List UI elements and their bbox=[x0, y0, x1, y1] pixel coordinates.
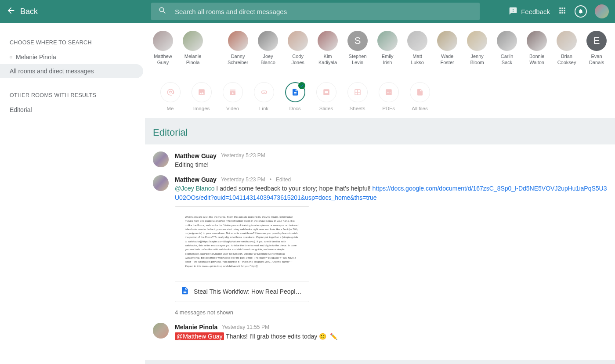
person-matthew[interactable]: MatthewGuay bbox=[153, 31, 173, 66]
filter-label: Images bbox=[193, 106, 210, 111]
pdf-icon bbox=[379, 82, 399, 102]
filter-label: Link bbox=[259, 106, 268, 111]
mention-self[interactable]: @Matthew Guay bbox=[175, 332, 224, 340]
person-name: KimKadiyala bbox=[318, 54, 337, 66]
person-name: CodyJones bbox=[291, 54, 304, 66]
avatar bbox=[407, 31, 427, 51]
file-icon bbox=[410, 82, 430, 102]
google-doc-icon bbox=[181, 286, 189, 297]
app-header: Back Feedback bbox=[0, 0, 615, 23]
filter-all-files[interactable]: All files bbox=[408, 82, 432, 111]
message-author: Melanie Pinola bbox=[175, 323, 217, 332]
avatar bbox=[153, 151, 169, 167]
filter-label: Video bbox=[226, 106, 239, 111]
slides-icon bbox=[316, 82, 336, 102]
person-name: WadeFoster bbox=[440, 54, 454, 66]
message-text: @Matthew Guay Thanks! I'll grab those ed… bbox=[175, 332, 607, 341]
filter-link[interactable]: Link bbox=[252, 82, 276, 111]
search-bar[interactable] bbox=[151, 3, 480, 20]
back-button[interactable]: Back bbox=[6, 6, 38, 17]
user-avatar[interactable] bbox=[595, 4, 609, 18]
avatar bbox=[228, 31, 248, 51]
search-input[interactable] bbox=[175, 8, 473, 15]
sidebar: CHOOSE WHERE TO SEARCH Melanie Pinola Al… bbox=[0, 23, 145, 364]
sheets-icon bbox=[347, 82, 368, 102]
avatar bbox=[437, 31, 457, 51]
notifications-icon[interactable] bbox=[575, 5, 587, 18]
message-text: @Joey Blanco I added some feedback to yo… bbox=[175, 184, 607, 202]
person-name: JennyBloom bbox=[470, 54, 484, 66]
person-bonnie[interactable]: BonnieWalton bbox=[527, 31, 547, 66]
sidebar-heading-other: OTHER ROOMS WITH RESULTS bbox=[0, 88, 145, 103]
message-text: Editing time! bbox=[175, 160, 607, 169]
avatar bbox=[527, 31, 547, 51]
sidebar-item-all-rooms[interactable]: All rooms and direct messages bbox=[0, 64, 143, 78]
feedback-label: Feedback bbox=[521, 8, 550, 15]
person-emily[interactable]: EmilyIrish bbox=[377, 31, 398, 66]
avatar bbox=[497, 31, 517, 51]
divider bbox=[153, 74, 607, 74]
filter-label: PDFs bbox=[382, 106, 395, 111]
person-name: MelaniePinola bbox=[184, 54, 202, 66]
sidebar-item-melanie[interactable]: Melanie Pinola bbox=[0, 50, 143, 64]
filter-label: All files bbox=[412, 106, 427, 111]
smile-emoji-icon: 🙂 bbox=[319, 333, 326, 340]
person-evan[interactable]: EEvanDanals bbox=[586, 31, 607, 66]
avatar bbox=[318, 31, 338, 51]
status-dot-icon bbox=[10, 56, 12, 58]
person-danny[interactable]: DannySchreiber bbox=[228, 31, 248, 66]
filter-pdfs[interactable]: PDFs bbox=[376, 82, 401, 111]
people-row: MatthewGuayMelaniePinolaDannySchreiberJo… bbox=[145, 26, 615, 69]
person-joey[interactable]: JoeyBlanco bbox=[258, 31, 278, 66]
message: Matthew GuayYesterday 5:23 PM Editing ti… bbox=[153, 151, 607, 169]
filter-me[interactable]: Me bbox=[158, 82, 182, 111]
filter-label: Me bbox=[167, 106, 174, 111]
person-carlin[interactable]: CarlinSack bbox=[497, 31, 517, 66]
image-icon bbox=[192, 82, 212, 102]
search-icon bbox=[158, 6, 175, 17]
person-name: BrianCooksey bbox=[557, 54, 576, 66]
person-stephen[interactable]: SStephenLevin bbox=[347, 31, 368, 66]
person-matt[interactable]: MattLukso bbox=[407, 31, 427, 66]
person-name: EmilyIrish bbox=[382, 54, 394, 66]
filters-row: MeImagesVideoLinkDocsSlidesSheetsPDFsAll… bbox=[145, 79, 615, 113]
message-author: Matthew Guay bbox=[175, 151, 217, 160]
avatar bbox=[467, 31, 487, 51]
sidebar-item-editorial[interactable]: Editorial bbox=[0, 103, 143, 117]
filter-docs[interactable]: Docs bbox=[283, 82, 307, 111]
avatar bbox=[153, 175, 169, 191]
avatar bbox=[258, 31, 278, 51]
filter-slides[interactable]: Slides bbox=[314, 82, 338, 111]
avatar bbox=[288, 31, 308, 51]
filter-panel: MatthewGuayMelaniePinolaDannySchreiberJo… bbox=[145, 23, 615, 118]
mention[interactable]: @Joey Blanco bbox=[175, 185, 214, 192]
person-name: EvanDanals bbox=[589, 54, 604, 66]
room-title: Editorial bbox=[145, 118, 615, 144]
filter-label: Sheets bbox=[350, 106, 365, 111]
feedback-button[interactable]: Feedback bbox=[509, 7, 550, 17]
message: Melanie PinolaYesterday 11:55 PM @Matthe… bbox=[153, 323, 607, 341]
avatar: S bbox=[347, 31, 368, 51]
filter-sheets[interactable]: Sheets bbox=[345, 82, 369, 111]
message: Matthew GuayYesterday 5:23 PM•Edited @Jo… bbox=[153, 175, 607, 302]
header-right: Feedback bbox=[509, 4, 609, 18]
person-melanie[interactable]: MelaniePinola bbox=[183, 31, 203, 66]
feedback-icon bbox=[509, 7, 517, 17]
person-brian[interactable]: BrianCooksey bbox=[557, 31, 577, 66]
filter-video[interactable]: Video bbox=[221, 82, 245, 111]
person-wade[interactable]: WadeFoster bbox=[437, 31, 457, 66]
doc-preview-card[interactable]: Webhooks are a lot like the Force. From … bbox=[175, 206, 309, 302]
doc-preview-text: Webhooks are a lot like the Force. From … bbox=[175, 207, 309, 281]
main-area: MatthewGuayMelaniePinolaDannySchreiberJo… bbox=[145, 23, 615, 364]
message-time: Yesterday 5:23 PM bbox=[221, 152, 265, 159]
apps-icon[interactable] bbox=[558, 6, 567, 17]
person-cody[interactable]: CodyJones bbox=[288, 31, 308, 66]
person-kim[interactable]: KimKadiyala bbox=[318, 31, 338, 66]
avatar bbox=[377, 31, 398, 51]
message-time: Yesterday 5:23 PM bbox=[221, 176, 265, 184]
person-name: DannySchreiber bbox=[228, 54, 248, 66]
avatar bbox=[153, 31, 173, 51]
back-label: Back bbox=[20, 7, 38, 16]
person-jenny[interactable]: JennyBloom bbox=[467, 31, 487, 66]
filter-images[interactable]: Images bbox=[189, 82, 213, 111]
